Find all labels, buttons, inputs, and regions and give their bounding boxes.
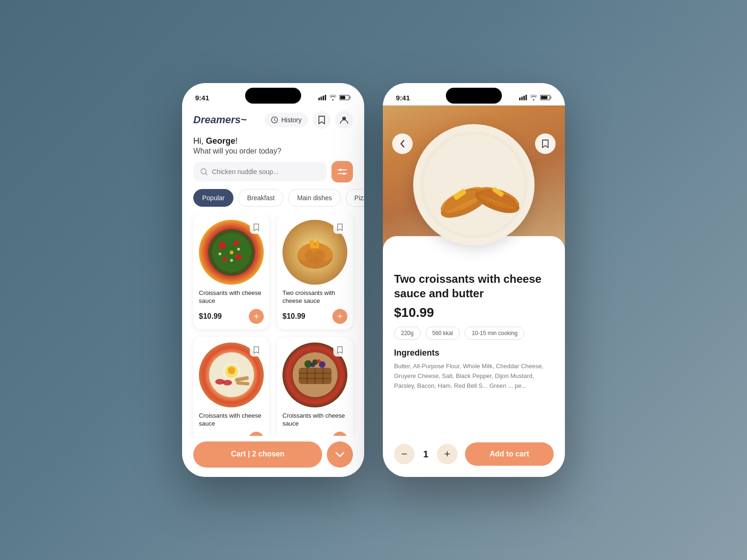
status-time-1: 9:41 [195,94,209,102]
bookmark-icon-card4 [337,346,343,354]
product-image [413,124,535,245]
bookmark-icon-card3 [253,346,260,354]
back-button[interactable] [392,133,413,154]
signal-icon-2 [519,95,527,100]
dynamic-island [245,88,301,104]
wifi-icon-2 [530,95,537,100]
product-title: Two croissants with cheese sauce and but… [394,272,554,301]
header-1: Dreamers~ History [182,105,364,134]
svg-rect-2 [323,96,324,100]
food-price-row-4: $10.99 + [282,432,347,436]
status-icons-1 [318,95,351,100]
bookmark-card-3[interactable] [250,343,263,357]
svg-point-60 [423,134,524,235]
waffle-illustration [289,349,341,400]
search-row [182,161,364,189]
food-price-4: $10.99 [282,435,305,436]
svg-rect-3 [325,95,326,100]
svg-point-35 [228,367,235,374]
food-price-1: $10.99 [199,312,222,321]
food-price-row-1: $10.99 + [199,309,264,324]
bookmark-icon [318,115,325,125]
svg-rect-57 [550,97,552,99]
svg-rect-5 [350,97,351,99]
detail-bookmark-button[interactable] [535,133,556,154]
category-pizza[interactable]: Pizza [345,189,364,207]
add-btn-2[interactable]: + [332,309,347,324]
filter-button[interactable] [331,161,353,182]
svg-rect-6 [340,96,345,99]
greeting-line1: Hi, George! [193,136,353,146]
add-btn-4[interactable]: + [332,432,347,436]
category-popular[interactable]: Popular [193,189,233,207]
quantity-decrease-button[interactable]: − [394,444,415,464]
dynamic-island-2 [446,88,502,104]
quantity-value: 1 [420,449,431,460]
pizza-illustration [206,227,257,278]
svg-point-9 [201,169,206,174]
bookmark-icon-detail [542,139,549,148]
food-price-row-3: $10.99 + [199,432,264,436]
svg-rect-58 [541,96,548,99]
user-name: George [206,136,235,146]
back-icon [400,140,405,148]
food-name-1: Croissants with cheese sauce [199,289,264,305]
svg-rect-52 [519,98,521,100]
history-button[interactable]: History [264,112,308,127]
greeting-line2: What will you order today? [193,147,353,155]
phone-1-frame: 9:41 Dreamers~ [182,83,364,477]
brand-name: Dreamers~ [193,114,247,126]
food-name-4: Croissants with cheese sauce [282,412,347,428]
profile-button[interactable] [335,111,353,129]
svg-point-21 [222,257,227,262]
croissant-illustration [289,227,341,278]
bookmark-card-2[interactable] [333,221,346,234]
svg-point-50 [310,363,315,367]
tags-row: 220g 560 kkal 10-15 min cooking [394,327,554,340]
svg-point-37 [223,380,232,385]
tag-weight: 220g [394,327,421,340]
quantity-control: − 1 + [394,444,458,464]
tag-cooking-time: 10-15 min cooking [465,327,524,340]
product-price: $10.99 [394,305,554,320]
wifi-icon [329,95,337,100]
bookmark-button[interactable] [313,111,331,129]
add-to-cart-button[interactable]: Add to cart [465,442,554,466]
cart-button[interactable]: Cart | 2 chosen [193,441,322,468]
search-icon [200,168,208,176]
svg-point-22 [230,251,233,254]
category-breakfast[interactable]: Breakfast [238,189,283,207]
ingredients-text: Butter, All-Purpose Flour, Whole Milk, C… [394,362,554,391]
add-btn-1[interactable]: + [249,309,264,324]
food-price-3: $10.99 [199,435,222,436]
svg-rect-53 [521,97,523,100]
food-name-3: Croissants with cheese sauce [199,412,264,428]
svg-point-20 [235,254,242,260]
tag-calories: 560 kkal [425,327,460,340]
croissant-plate-illustration [418,129,530,241]
bookmark-card-4[interactable] [333,343,346,357]
svg-rect-55 [526,95,527,100]
detail-content: Two croissants with cheese sauce and but… [383,264,565,437]
food-card-4: Croissants with cheese sauce $10.99 + [277,337,353,436]
battery-icon-2 [540,95,552,100]
svg-rect-0 [318,98,320,100]
detail-bottom-bar: − 1 + Add to cart [383,437,565,477]
add-btn-3[interactable]: + [249,432,264,436]
signal-icon [318,95,326,100]
search-input[interactable] [212,168,320,175]
food-card-1: Croissants with cheese sauce $10.99 + [193,214,269,329]
quantity-increase-button[interactable]: + [437,444,458,464]
profile-icon [340,116,348,124]
history-icon [271,116,278,124]
svg-point-31 [305,248,325,263]
bookmark-icon-card1 [253,224,260,231]
food-name-2: Two croissants with cheese sauce [282,289,347,305]
cart-chevron-button[interactable] [327,441,353,468]
category-main-dishes[interactable]: Main dishes [288,189,341,207]
svg-point-25 [230,259,233,262]
header-right: History [264,111,353,129]
svg-point-19 [233,240,239,246]
bookmark-card-1[interactable] [250,221,263,234]
cart-bar: Cart | 2 chosen [182,436,364,477]
